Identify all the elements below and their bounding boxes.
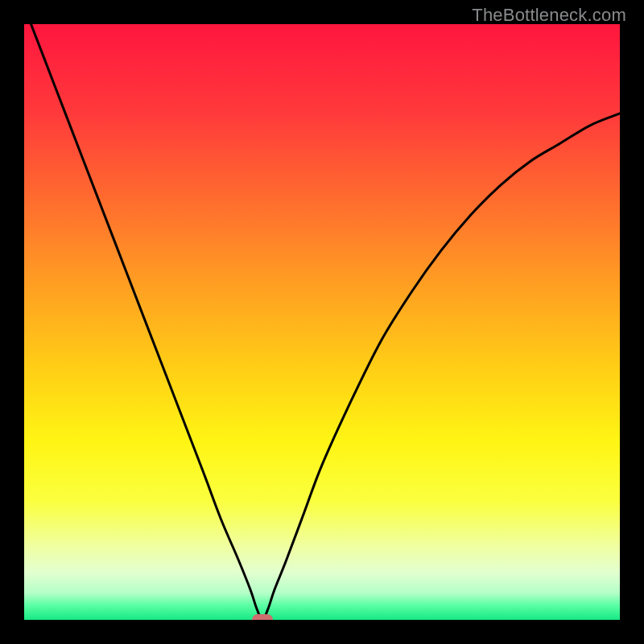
plot-area — [24, 24, 620, 620]
bottleneck-curve — [24, 24, 620, 620]
minimum-marker — [252, 614, 273, 620]
watermark-text: TheBottleneck.com — [472, 5, 626, 26]
